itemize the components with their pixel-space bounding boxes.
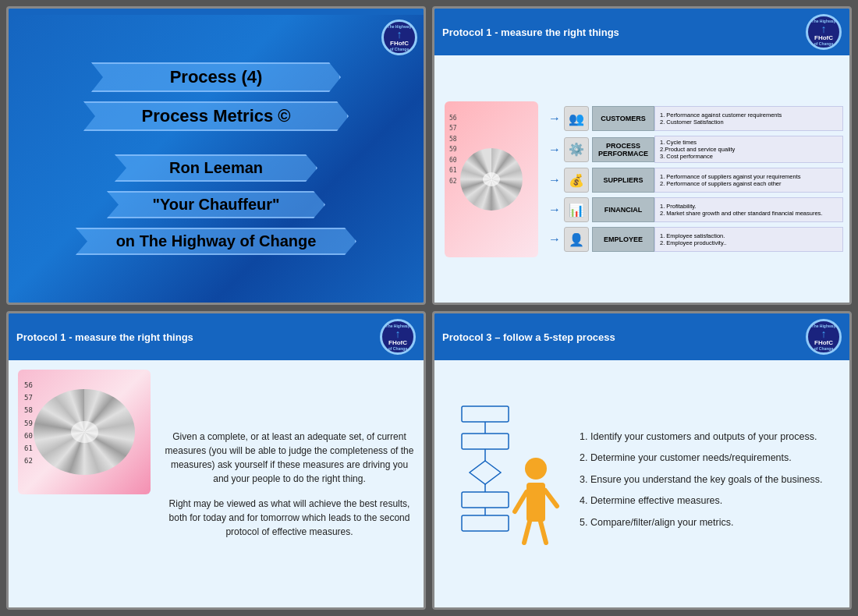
suppliers-label: SUPPLIERS — [592, 168, 654, 193]
svg-rect-3 — [462, 492, 509, 508]
svg-rect-1 — [462, 434, 509, 449]
title-line-5: on The Highway of Change — [116, 232, 317, 250]
tape-core-small — [483, 172, 500, 186]
customers-label: CUSTOMERS — [592, 106, 654, 131]
title-line-1: Process (4) — [170, 67, 263, 87]
slide2-header: Protocol 1 - measure the right things Th… — [434, 9, 849, 55]
process-label: PROCESSPERFORMACE — [592, 137, 654, 162]
financial-icon: 📊 — [564, 197, 589, 222]
title-banner-1: Process (4) — [91, 62, 341, 92]
logo2-brand: FHofC — [814, 34, 833, 41]
customers-desc: 1. Performance against customer requirem… — [654, 106, 843, 131]
step-4: Determine effective measures. — [590, 494, 842, 508]
logo4-arrow: ↑ — [821, 328, 827, 339]
svg-line-12 — [545, 490, 557, 506]
tape-large-core — [71, 421, 98, 443]
proto-row-financial: → 📊 FINANCIAL 1. Profitability.2. Market… — [548, 197, 843, 222]
slide1-content: The Highway ↑ FHofC of Change Process (4… — [9, 15, 424, 303]
customers-icon: 👥 — [564, 106, 589, 131]
tape-large-visual: 56575859606162 — [18, 370, 151, 494]
logo-3: The Highway ↑ FHofC of Change — [380, 319, 416, 355]
process-icon: ⚙️ — [564, 137, 589, 162]
step-5: Compare/filter/align your metrics. — [590, 516, 842, 530]
slide4-steps-list: Identify your customers and outputs of y… — [575, 368, 842, 600]
slide4-title: Protocol 3 – follow a 5-step process — [442, 331, 615, 343]
steps-ordered-list: Identify your customers and outputs of y… — [575, 430, 842, 538]
logo-brand: FHofC — [390, 40, 409, 47]
title-banner-4: "Your Chauffeur" — [107, 191, 325, 218]
financial-label: FINANCIAL — [592, 197, 654, 222]
slide2-title: Protocol 1 - measure the right things — [442, 27, 619, 38]
title-banner-2: Process Metrics © — [83, 101, 349, 131]
slide-3: Protocol 1 - measure the right things Th… — [6, 311, 426, 610]
svg-line-14 — [541, 522, 546, 543]
tape-roll-small — [460, 148, 523, 211]
title-line-2: Process Metrics © — [141, 106, 290, 126]
slide-2: Protocol 1 - measure the right things Th… — [432, 6, 852, 305]
slide3-header: Protocol 1 - measure the right things Th… — [9, 313, 424, 360]
slide3-title: Protocol 1 - measure the right things — [16, 331, 193, 343]
step-1: Identify your customers and outputs of y… — [590, 430, 842, 444]
slide-1: The Highway ↑ FHofC of Change Process (4… — [6, 6, 426, 305]
svg-line-11 — [515, 492, 526, 512]
tape-image-area: 56575859606162 — [441, 62, 542, 296]
slide4-image-area — [442, 368, 567, 600]
slide4-content: Identify your customers and outputs of y… — [434, 360, 849, 607]
proto-row-customers: → 👥 CUSTOMERS 1. Performance against cus… — [548, 106, 843, 131]
process-desc: 1. Cycle times2.Product and service qual… — [654, 136, 843, 163]
svg-marker-2 — [470, 461, 501, 484]
svg-rect-0 — [462, 406, 509, 422]
slide3-para2: Right may be viewed as what will achieve… — [165, 497, 414, 539]
employee-icon: 👤 — [564, 227, 589, 252]
employee-desc: 1. Employee satisfaction.2. Employee pro… — [654, 227, 843, 252]
logo-4: The Highway ↑ FHofC of Change — [806, 319, 842, 355]
logo4-brand: FHofC — [814, 339, 833, 346]
title-line-3: Ron Leeman — [169, 159, 263, 176]
logo4-bottom: of Change — [814, 346, 833, 351]
logo3-brand: FHofC — [388, 339, 407, 346]
logo-bottom-text: of Change — [390, 47, 409, 51]
tape-numbers: 56575859606162 — [449, 113, 457, 187]
slide2-content: 56575859606162 → 👥 CUSTOMERS 1. Performa… — [434, 55, 849, 303]
proto-row-process: → ⚙️ PROCESSPERFORMACE 1. Cycle times2.P… — [548, 136, 843, 163]
logo-arrow: ↑ — [397, 29, 402, 40]
logo2-arrow: ↑ — [821, 23, 827, 34]
step-3: Ensure you understand the key goals of t… — [590, 473, 842, 487]
slide4-header: Protocol 3 – follow a 5-step process The… — [434, 313, 849, 360]
title-line-4: "Your Chauffeur" — [152, 196, 279, 213]
svg-point-9 — [525, 458, 547, 480]
logo3-bottom: of Change — [388, 346, 407, 351]
flowchart-svg — [446, 398, 563, 570]
slide3-content: 56575859606162 Given a complete, or at l… — [9, 360, 424, 607]
step-2: Determine your customer needs/requiremen… — [590, 451, 842, 466]
slide3-text-area: Given a complete, or at least an adequat… — [165, 370, 414, 598]
protocol-table: → 👥 CUSTOMERS 1. Performance against cus… — [548, 62, 843, 296]
suppliers-icon: 💰 — [564, 168, 589, 193]
title-banner-5: on The Highway of Change — [76, 228, 356, 255]
logo-2: The Highway ↑ FHofC of Change — [806, 14, 842, 50]
financial-desc: 1. Profitability.2. Market share growth … — [654, 197, 843, 222]
svg-line-13 — [524, 522, 530, 543]
tape-large-roll — [34, 389, 135, 475]
logo3-arrow: ↑ — [395, 328, 401, 339]
logo2-bottom: of Change — [814, 41, 833, 46]
tape-large-numbers: 56575859606162 — [24, 379, 33, 467]
svg-rect-4 — [462, 515, 509, 531]
svg-rect-10 — [526, 483, 545, 522]
proto-row-suppliers: → 💰 SUPPLIERS 1. Performance of supplier… — [548, 168, 843, 193]
slide-4: Protocol 3 – follow a 5-step process The… — [432, 311, 852, 610]
suppliers-desc: 1. Performance of suppliers against your… — [654, 168, 843, 193]
slide3-para1: Given a complete, or at least an adequat… — [165, 430, 414, 486]
logo-1: The Highway ↑ FHofC of Change — [381, 19, 417, 55]
employee-label: EMPLOYEE — [592, 227, 654, 252]
title-banner-3: Ron Leeman — [115, 154, 317, 182]
proto-row-employee: → 👤 EMPLOYEE 1. Employee satisfaction.2.… — [548, 227, 843, 252]
slide3-image-area: 56575859606162 — [18, 370, 158, 598]
